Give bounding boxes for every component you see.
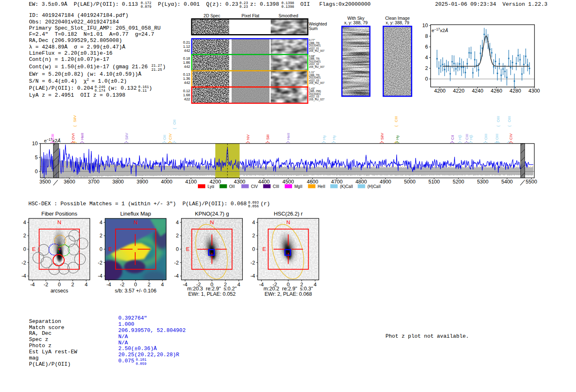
svg-text:4240: 4240 — [472, 88, 483, 94]
svg-text:OIII: OIII — [495, 134, 499, 140]
svg-text:SiIV: SiIV — [73, 115, 77, 122]
svg-text:E: E — [186, 246, 190, 252]
svg-text:EW: 3.5±0.9Å P(LAE)/P(OII): 0: EW: 3.5±0.9Å P(LAE)/P(OII): 0.113 — [29, 1, 138, 7]
svg-text:5300: 5300 — [477, 179, 488, 185]
svg-text:4: 4 — [100, 220, 102, 225]
svg-text:Lyα: Lyα — [208, 184, 214, 189]
svg-text:Clean Image: Clean Image — [385, 16, 410, 21]
svg-text:Obs: 20220401v022_4019247184: Obs: 20220401v022_4019247184 — [29, 19, 119, 25]
svg-text:CIV: CIV — [251, 184, 258, 189]
svg-text:4500: 4500 — [283, 179, 294, 185]
svg-text:EWr: 2, PLAE: 0.068: EWr: 2, PLAE: 0.068 — [265, 291, 312, 297]
svg-text:-2: -2 — [251, 260, 255, 266]
svg-text:): ) — [163, 64, 166, 70]
svg-text:1.68: 1.68 — [183, 93, 190, 97]
svg-text:e−17x2Å: e−17x2Å — [432, 28, 448, 33]
svg-text:0: 0 — [23, 246, 26, 252]
svg-text:0: 0 — [425, 76, 428, 82]
svg-text:1.12: 1.12 — [183, 44, 190, 49]
svg-text:2025-01-06 09:23:34 Version 1: 2025-01-06 09:23:34 Version 1.22.3 — [435, 1, 548, 7]
svg-text:4: 4 — [23, 220, 26, 225]
svg-text:N: N — [286, 219, 290, 225]
svg-text:-4: -4 — [183, 282, 187, 288]
svg-text:0: 0 — [35, 169, 38, 174]
svg-text:EWr = 5.20(±0.82) (w: 4.10(±0.: EWr = 5.20(±0.82) (w: 4.10(±0.59))Å — [29, 71, 142, 77]
svg-text:-4: -4 — [174, 273, 179, 279]
svg-text:-4: -4 — [98, 273, 102, 279]
svg-text:2D Spec: 2D Spec — [204, 13, 220, 18]
svg-text:4300: 4300 — [528, 88, 540, 94]
svg-text:= 1.0(±0.2): = 1.0(±0.2) — [92, 78, 127, 84]
svg-text:m:20.2 re:2.9" s:0.3": m:20.2 re:2.9" s:0.3" — [264, 286, 313, 292]
svg-text:-4: -4 — [107, 282, 111, 288]
svg-text:2.50(±0.36)Å: 2.50(±0.36)Å — [118, 346, 157, 352]
svg-text:Hy: Hy — [395, 135, 399, 140]
svg-text:4100: 4100 — [185, 179, 197, 185]
svg-text:5500: 5500 — [526, 179, 537, 185]
svg-text:2: 2 — [176, 233, 179, 239]
svg-text:4200: 4200 — [209, 179, 221, 185]
svg-text:With Sky: With Sky — [347, 16, 365, 21]
svg-text:0.392764": 0.392764" — [118, 315, 147, 321]
svg-text:N/A: N/A — [118, 340, 128, 346]
svg-text:HeII: HeII — [80, 133, 84, 140]
svg-text:SiII: SiII — [266, 135, 270, 140]
svg-text:4600: 4600 — [307, 179, 318, 185]
svg-text:0.056: 0.056 — [248, 204, 259, 209]
svg-text:0.23: 0.23 — [239, 5, 248, 9]
svg-text:CIII: CIII — [394, 116, 398, 122]
svg-text:-2: -2 — [44, 282, 48, 288]
svg-text:CIII: CIII — [51, 134, 55, 140]
svg-text:Flags:0x20000000: Flags:0x20000000 — [319, 1, 371, 7]
svg-text:4800: 4800 — [355, 179, 367, 185]
svg-text:0.12: 0.12 — [183, 89, 190, 93]
svg-text:Sum: Sum — [309, 26, 318, 31]
svg-text:E: E — [108, 246, 112, 252]
svg-text:6: 6 — [425, 44, 428, 50]
svg-text:CII: CII — [451, 135, 455, 140]
svg-text:8: 8 — [425, 33, 428, 39]
svg-text:MgII: MgII — [295, 184, 302, 189]
svg-text:-2: -2 — [120, 282, 124, 288]
svg-text:OII: OII — [229, 184, 235, 189]
svg-text:s/b: 3.57 +/- 0.106: s/b: 3.57 +/- 0.106 — [115, 288, 156, 294]
svg-text:z: 0.1398: z: 0.1398 — [250, 1, 279, 7]
svg-text:OIII: OIII — [507, 116, 511, 122]
svg-text:-4: -4 — [251, 273, 255, 279]
svg-text:Hy: Hy — [322, 135, 326, 140]
svg-text:x, y: 388, 79: x, y: 388, 79 — [344, 20, 367, 25]
svg-text:0.21: 0.21 — [183, 40, 190, 44]
svg-text:KPNO(24.7) g: KPNO(24.7) g — [195, 211, 229, 217]
svg-text:4900: 4900 — [380, 179, 391, 185]
svg-text:CIV: CIV — [168, 133, 172, 140]
svg-text:N: N — [58, 219, 61, 225]
svg-text:5200: 5200 — [453, 179, 464, 185]
svg-text:-4: -4 — [30, 282, 35, 288]
svg-text:OVI: OVI — [71, 133, 75, 140]
svg-text:Photo z: Photo z — [29, 343, 52, 349]
svg-text:(w: 0.132: (w: 0.132 — [108, 85, 137, 91]
svg-text:1.36: 1.36 — [183, 77, 190, 81]
svg-text:2: 2 — [252, 233, 255, 239]
svg-text:P(LAE)/P(OII): P(LAE)/P(OII) — [29, 361, 71, 367]
svg-text:Est LyA rest-EW: Est LyA rest-EW — [29, 349, 77, 355]
svg-text:20.25(20.22,20.28)R: 20.25(20.22,20.28)R — [118, 352, 179, 358]
svg-text:HeII: HeII — [318, 184, 325, 189]
svg-text:Hβ: Hβ — [458, 135, 462, 140]
svg-text:0.11: 0.11 — [138, 89, 147, 93]
svg-text:N: N — [210, 219, 214, 225]
svg-text:0.1398: 0.1398 — [281, 1, 294, 5]
svg-text:5: 5 — [35, 155, 38, 160]
svg-text:4000: 4000 — [161, 179, 172, 185]
svg-text:Cont(n) = 1.20(±0.07)e-17: Cont(n) = 1.20(±0.07)e-17 — [29, 56, 109, 63]
svg-text:OII: OII — [300, 1, 310, 7]
svg-text:HSC-DEX : Possible Matches = 1: HSC-DEX : Possible Matches = 1 (within +… — [28, 201, 247, 207]
svg-text:Match score: Match score — [29, 325, 65, 331]
svg-text:-2: -2 — [21, 260, 26, 266]
svg-text:4700: 4700 — [331, 179, 343, 185]
svg-text:4260: 4260 — [491, 88, 502, 94]
svg-text:3900: 3900 — [137, 179, 148, 185]
svg-text:21.25: 21.25 — [151, 68, 162, 72]
svg-text:205_RU_007: 205_RU_007 — [309, 81, 325, 85]
svg-text:LyA z = 2.4951 OII z = 0.1398: LyA z = 2.4951 OII z = 0.1398 — [29, 92, 125, 98]
